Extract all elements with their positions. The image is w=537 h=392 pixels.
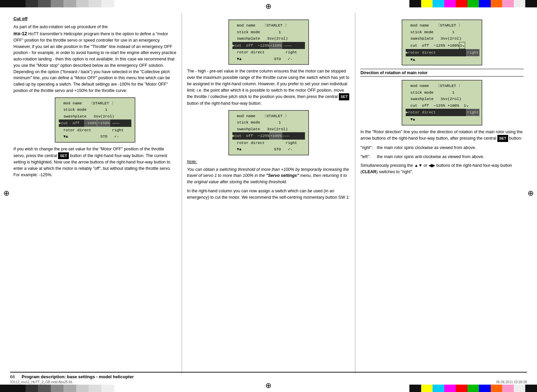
lcd-row-cutoff-5: cut off −125% +100% 1↘: [406, 102, 478, 109]
column-3: mod name 〈STARLET 〉 stick mode 1 swashpl…: [355, 13, 527, 374]
lcd-row-nav-3: ▼▲ STO ✓-: [232, 146, 305, 153]
lcd-row-cutoff-1-highlighted: ▶cut off −100%+150% ———: [59, 119, 131, 127]
lcd-row-modname-5: mod name 〈STARLET 〉: [406, 83, 478, 89]
lcd-screen-1: mod name 〈STARLET 〉 stick mode 1 swashpl…: [55, 97, 135, 143]
lcd-row-nav-2: ▼▲ STO ✓-: [232, 56, 305, 62]
color-block-orange: [491, 0, 502, 7]
lcd-row-modname-2: mod name 〈STARLET 〉: [232, 22, 305, 29]
column-1: Cut off As part of the auto-rotation set…: [10, 13, 182, 374]
color-block-gray5: [89, 0, 101, 7]
note-text: You can obtain a switching threshold of …: [187, 166, 350, 185]
color-block-br-blue: [479, 385, 491, 392]
col2-para1: The - high - pre-set value in the centre…: [187, 68, 350, 106]
col1-para2: If you wish to change the pre-set value …: [13, 146, 177, 178]
note-section: Note: You can obtain a switching thresho…: [187, 159, 350, 185]
lcd-row-rotordirect-5-highlighted: ▶rotor direct right: [406, 109, 478, 116]
reg-mark-top: ⊕: [265, 2, 271, 11]
color-block-br-orange: [491, 385, 502, 392]
set-badge-1: SET: [58, 152, 69, 159]
meta-left: 33112_mx12_HoTT_2_GB.indd Abs25:66: [10, 380, 73, 384]
color-block-cyan: [433, 0, 444, 7]
color-block-yellow: [421, 0, 433, 7]
color-block-br-magenta: [444, 385, 456, 392]
color-block-b-gray4: [76, 385, 89, 392]
color-block-r-black: [409, 0, 421, 7]
color-block-b-gray5: [89, 385, 101, 392]
page-number: 66: [10, 374, 15, 379]
col3-para1: In the "Rotor direction" line you enter …: [360, 129, 524, 142]
color-block-b-black: [0, 385, 13, 392]
direction-title: Direction of rotation of main rotor: [360, 70, 428, 75]
lcd-row-nav-5: ▼▲: [406, 116, 478, 123]
lcd-row-nav-1: ▼▲ STO ✓-: [59, 133, 131, 140]
color-block-black: [0, 0, 13, 7]
brand-mx12: mx-12: [13, 31, 27, 36]
lcd-screen-4: mod name 〈STARLET 〉 stick mode 1 swashpl…: [402, 19, 482, 65]
col3-left-desc: "left": the main rotor spins anti-clockw…: [360, 154, 524, 160]
lcd-row-stickmode-3: stick mode 1: [232, 119, 305, 126]
color-block-ltgray: [514, 0, 526, 7]
lcd-row-swashplate-4: swashplate 3sv(2rol): [406, 35, 478, 42]
color-block-b-gray3: [63, 385, 76, 392]
color-block-br-yellow: [421, 385, 433, 392]
color-block-gray6: [101, 0, 114, 7]
lcd-row-swashplate-2: swashplate 3sv(2rol): [232, 35, 305, 42]
color-block-black2: [13, 0, 26, 7]
column-2: mod name 〈STARLET 〉 stick mode 1 swashpl…: [182, 13, 356, 374]
direction-section-header: Direction of rotation of main rotor: [360, 69, 524, 77]
color-block-br-pink: [502, 385, 514, 392]
color-block-b-gray2: [51, 385, 63, 392]
bottom-metadata: 33112_mx12_HoTT_2_GB.indd Abs25:66 06.06…: [10, 380, 527, 384]
lcd-row-swashplate-3: swashplate 3sv(2rol): [232, 126, 305, 133]
color-block-br-cyan: [433, 385, 444, 392]
color-block-br-black2: [525, 385, 537, 392]
color-block-gray4: [76, 0, 89, 7]
bottom-color-bar-middle: [114, 385, 409, 392]
note-label: Note:: [187, 159, 350, 165]
lcd-row-modname-3: mod name 〈STARLET 〉: [232, 113, 305, 119]
color-block-br-ltgray: [514, 385, 526, 392]
col3-right-desc: "right": the main rotor spins clockwise …: [360, 145, 524, 151]
color-block-red: [456, 0, 467, 7]
set-badge-2: SET: [339, 93, 349, 100]
footer: 66 Program description: base settings - …: [10, 372, 527, 379]
col2-para2: In the right-hand column you can now ass…: [187, 188, 350, 201]
col3-para2: Simultaneously pressing the ▲▼ or ◀▶ but…: [360, 162, 524, 175]
color-block-br-green: [467, 385, 479, 392]
lcd-row-swashplate-1: swashplate 3sv(2rol): [59, 113, 131, 120]
color-block-br-black: [409, 385, 421, 392]
lcd-row-rotordirect-4-highlighted: ▶rotor direct right: [406, 49, 478, 56]
lcd-screen-2: mod name 〈STARLET 〉 stick mode 1 swashpl…: [228, 19, 309, 65]
color-block-green: [467, 0, 479, 7]
color-block-gray1: [38, 0, 51, 7]
lcd-row-rotordirect-2: rotor direct right: [232, 49, 305, 56]
color-block-b-black2: [13, 385, 26, 392]
reg-mark-right: ⊕: [528, 189, 534, 198]
color-block-darkgray: [26, 0, 38, 7]
lcd-row-cutoff-3-highlighted: ▶cut off −125%+100%———: [232, 132, 305, 140]
color-block-magenta: [444, 0, 456, 7]
color-block-blue: [479, 0, 491, 7]
set-badge-3: SET: [497, 135, 508, 142]
lcd-row-cutoff-4: cut off −125% +100%1↘: [406, 42, 478, 49]
reg-mark-left: ⊕: [3, 189, 9, 198]
lcd-row-modname-1: mod name 〈STARLET 〉: [59, 100, 131, 107]
lcd-row-stickmode-4: stick mode 1: [406, 29, 478, 36]
lcd-row-swashplate-5: swashplate 3sv(2rol): [406, 96, 478, 102]
lcd-row-cutoff-2-highlighted: ▶cut off −125%+150% ———: [232, 42, 305, 49]
meta-right: 06.06.2011 19:39:38: [496, 380, 527, 384]
lcd-row-nav-4: ▼▲: [406, 56, 478, 63]
color-bar-middle: [114, 0, 409, 7]
col1-para1: As part of the auto-rotation set-up proc…: [13, 24, 177, 94]
lcd-screen-5: mod name 〈STARLET 〉 stick mode 1 swashpl…: [402, 80, 482, 125]
lcd-row-modname-4: mod name 〈STARLET 〉: [406, 22, 478, 29]
lcd-row-stickmode-5: stick mode 1: [406, 89, 478, 96]
color-block-b-gray6: [101, 385, 114, 392]
lcd-row-rotordirect-3: rotor direct right: [232, 140, 305, 146]
lcd-screen-3: mod name 〈STARLET 〉 stick mode 1 swashpl…: [228, 110, 309, 155]
lcd-row-stickmode-2: stick mode 1: [232, 29, 305, 36]
footer-description: Program description: base settings - mod…: [21, 374, 134, 379]
color-block-br-red: [456, 385, 467, 392]
color-block-b-gray1: [38, 385, 51, 392]
color-block-b-darkgray: [26, 385, 38, 392]
